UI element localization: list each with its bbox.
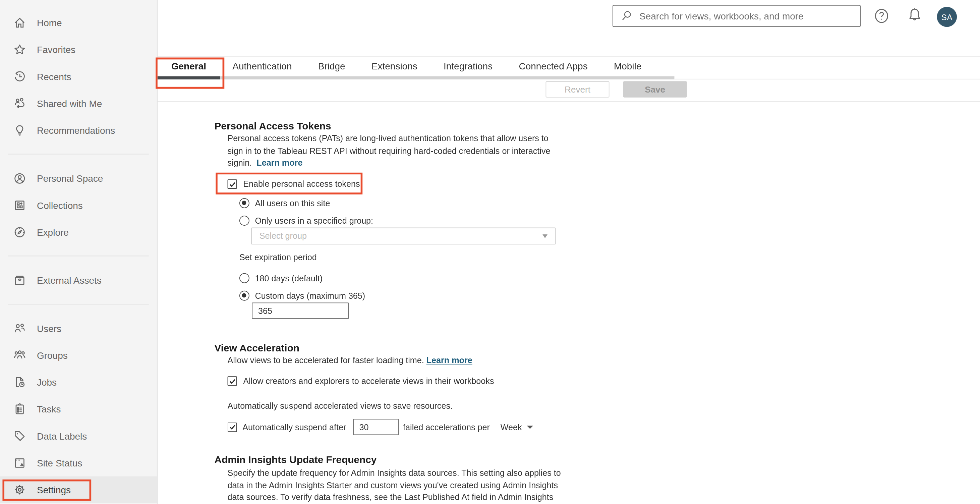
all-users-radio[interactable]: [239, 198, 250, 208]
notifications-button[interactable]: [906, 7, 923, 27]
tab-general[interactable]: General: [171, 61, 206, 72]
sidebar-item-groups[interactable]: Groups: [0, 342, 157, 369]
sidebar-item-shared-with-me[interactable]: Shared with Me: [0, 90, 157, 117]
sidebar-item-settings[interactable]: Settings: [0, 477, 157, 503]
sidebar-item-explore[interactable]: Explore: [0, 219, 157, 245]
admin-insights-description: Specify the update frequency for Admin I…: [228, 467, 561, 504]
shared-icon: [13, 97, 26, 110]
user-avatar[interactable]: SA: [937, 7, 957, 27]
group-select-placeholder: Select group: [259, 231, 542, 241]
save-button[interactable]: Save: [623, 81, 687, 97]
sidebar-item-label: Site Status: [37, 458, 82, 469]
sidebar-item-tasks[interactable]: Tasks: [0, 396, 157, 423]
tab-connected-apps[interactable]: Connected Apps: [519, 61, 587, 72]
sidebar-item-users[interactable]: Users: [0, 315, 157, 342]
pat-learn-more-link[interactable]: Learn more: [256, 158, 302, 168]
tag-icon: [13, 429, 26, 443]
specified-group-radio[interactable]: [239, 216, 250, 226]
view-acceleration-learn-more-link[interactable]: Learn more: [426, 356, 473, 365]
home-icon: [13, 16, 26, 29]
sidebar-item-recents[interactable]: Recents: [0, 63, 157, 90]
sidebar-item-label: Groups: [37, 350, 68, 361]
tab-integrations[interactable]: Integrations: [444, 61, 493, 72]
star-icon: [13, 43, 26, 56]
enable-pat-checkbox[interactable]: [228, 180, 237, 189]
sidebar-divider: [8, 256, 148, 256]
allow-acceleration-row: Allow creators and explorers to accelera…: [228, 376, 494, 386]
sidebar-item-label: Explore: [37, 227, 69, 238]
sidebar-divider: [8, 304, 148, 304]
sidebar-item-jobs[interactable]: Jobs: [0, 369, 157, 396]
custom-days-label: Custom days (maximum 365): [255, 291, 366, 300]
archive-icon: [13, 274, 26, 287]
collections-icon: [13, 199, 26, 212]
enable-pat-label: Enable personal access tokens: [243, 180, 360, 189]
allow-acceleration-checkbox[interactable]: [228, 376, 237, 386]
sidebar-item-label: Data Labels: [37, 431, 87, 441]
sidebar: Home Favorites Recents Shared with Me Re…: [0, 0, 158, 504]
expiration-custom-row: Custom days (maximum 365): [239, 291, 365, 301]
sidebar-item-personal-space[interactable]: Personal Space: [0, 165, 157, 192]
sidebar-item-external-assets[interactable]: External Assets: [0, 267, 157, 294]
tab-authentication[interactable]: Authentication: [232, 61, 292, 72]
search-icon: [620, 10, 632, 22]
document-clock-icon: [13, 375, 26, 389]
toolbar-divider: [158, 101, 980, 102]
suspend-threshold-input[interactable]: [353, 419, 399, 435]
view-acceleration-section-title: View Acceleration: [214, 343, 299, 354]
sidebar-item-data-labels[interactable]: Data Labels: [0, 423, 157, 449]
clipboard-icon: [13, 403, 26, 416]
revert-button[interactable]: Revert: [546, 81, 609, 97]
suspend-note: Automatically suspend accelerated views …: [228, 401, 453, 411]
group-select[interactable]: Select group: [251, 228, 555, 245]
tab-extensions[interactable]: Extensions: [371, 61, 417, 72]
sidebar-item-label: Personal Space: [37, 173, 103, 184]
sidebar-item-label: External Assets: [37, 275, 102, 286]
users-icon: [13, 322, 26, 335]
custom-days-input[interactable]: [252, 302, 349, 318]
auto-suspend-checkbox[interactable]: [228, 422, 237, 432]
person-circle-icon: [13, 172, 26, 185]
custom-days-radio[interactable]: [239, 291, 250, 301]
suspend-period-select[interactable]: Week: [501, 422, 533, 432]
sidebar-item-label: Settings: [37, 485, 71, 495]
view-acceleration-description: Allow views to be accelerated for faster…: [228, 356, 473, 365]
tableau-settings-page: Home Favorites Recents Shared with Me Re…: [0, 0, 980, 504]
pat-all-users-row: All users on this site: [239, 198, 330, 208]
sidebar-item-site-status[interactable]: Site Status: [0, 449, 157, 476]
all-users-label: All users on this site: [255, 199, 330, 208]
compass-icon: [13, 226, 26, 239]
lightbulb-icon: [13, 124, 26, 137]
gear-icon: [13, 483, 26, 496]
pat-description: Personal access tokens (PATs) are long-l…: [228, 132, 550, 169]
search-input[interactable]: [638, 6, 860, 27]
expiration-180-row: 180 days (default): [239, 273, 323, 283]
sidebar-item-label: Shared with Me: [37, 98, 102, 109]
sidebar-item-label: Collections: [37, 200, 83, 211]
groups-icon: [13, 349, 26, 362]
chevron-down-icon: [527, 426, 533, 429]
tab-bridge[interactable]: Bridge: [318, 61, 345, 72]
search-bar: [612, 5, 861, 27]
sidebar-item-collections[interactable]: Collections: [0, 192, 157, 219]
sidebar-item-recommendations[interactable]: Recommendations: [0, 117, 157, 144]
pat-section-title: Personal Access Tokens: [214, 121, 331, 132]
sidebar-item-home[interactable]: Home: [0, 10, 157, 36]
days-180-radio[interactable]: [239, 273, 250, 283]
sidebar-item-label: Users: [37, 323, 61, 334]
header-divider: [158, 56, 980, 57]
sidebar-item-label: Tasks: [37, 404, 61, 415]
sidebar-item-label: Favorites: [37, 44, 75, 55]
help-icon: [873, 7, 890, 24]
pat-specified-group-row: Only users in a specified group:: [239, 216, 373, 226]
enable-pat-row: Enable personal access tokens: [228, 180, 360, 189]
auto-suspend-row: Automatically suspend after failed accel…: [228, 419, 533, 435]
allow-acceleration-label: Allow creators and explorers to accelera…: [243, 376, 494, 386]
sidebar-item-label: Jobs: [37, 377, 57, 388]
help-button[interactable]: [873, 7, 890, 27]
sidebar-item-label: Recommendations: [37, 125, 115, 136]
tab-mobile[interactable]: Mobile: [614, 61, 641, 72]
suspend-tail-label: failed accelerations per: [403, 422, 490, 432]
sidebar-item-favorites[interactable]: Favorites: [0, 36, 157, 63]
auto-suspend-label: Automatically suspend after: [242, 422, 346, 432]
